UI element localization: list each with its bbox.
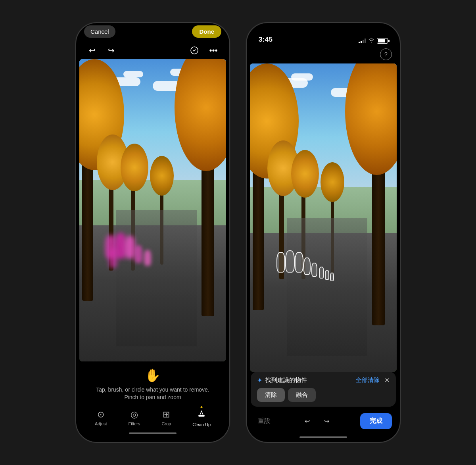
suggestions-left: ✦ 找到建議的物件 — [257, 377, 307, 384]
outline6 — [319, 267, 324, 279]
more-button[interactable]: ••• — [206, 43, 221, 58]
time-display: 3:45 — [259, 36, 273, 44]
ghost4 — [134, 245, 142, 263]
suggestions-right: 全部清除 ✕ — [356, 377, 390, 384]
battery-icon — [377, 38, 388, 44]
undo-redo-group: ↩ ↪ — [301, 416, 332, 427]
undo-button-right[interactable]: ↩ — [301, 416, 313, 427]
help-row: ? — [247, 47, 400, 63]
crop-label: Crop — [161, 421, 171, 426]
clear-all-button[interactable]: 全部清除 — [356, 377, 380, 384]
wifi-icon — [368, 38, 374, 44]
tool-crop[interactable]: ⊞ Crop — [161, 409, 171, 426]
clear-button[interactable]: 清除 — [257, 388, 285, 402]
screen-right: 3:45 ? — [247, 23, 400, 442]
home-bar-left — [84, 428, 221, 438]
merge-button[interactable]: 融合 — [288, 388, 316, 402]
tool-filters[interactable]: ◎ Filters — [128, 409, 140, 426]
top-actions-bar: ↩ ↪ ••• — [76, 42, 229, 59]
home-bar-right — [247, 432, 400, 442]
adjust-label: Adjust — [95, 421, 107, 426]
ghost-people — [102, 186, 175, 277]
cleanup-label: Clean Up — [192, 422, 211, 427]
filters-icon: ◎ — [131, 409, 138, 420]
suggestions-panel: ✦ 找到建議的物件 全部清除 ✕ 清除 融合 — [251, 372, 396, 407]
ghost6 — [109, 248, 117, 268]
cancel-button[interactable]: Cancel — [84, 25, 115, 38]
phone-right: 3:45 ? — [246, 22, 401, 443]
left-actions: ↩ ↪ — [85, 43, 118, 58]
outline8 — [330, 273, 334, 281]
phone-left: Cancel Done ↩ ↪ ••• — [75, 22, 230, 443]
toolbar: ⊙ Adjust ◎ Filters ⊞ Crop — [84, 405, 221, 428]
canopy-mid2 — [121, 144, 148, 191]
home-indicator-left — [129, 432, 177, 434]
outline5 — [311, 263, 317, 277]
cloud2 — [123, 71, 143, 77]
svg-rect-1 — [198, 415, 205, 417]
outline-people — [276, 199, 350, 286]
battery-level — [378, 39, 385, 42]
sparkle-icon: ✦ — [257, 377, 262, 384]
right-actions: ••• — [187, 43, 221, 58]
suggestions-header: ✦ 找到建議的物件 全部清除 ✕ — [257, 377, 390, 384]
suggestions-text: 找到建議的物件 — [265, 377, 307, 384]
dynamic-island-right — [299, 29, 347, 42]
action-pills: 清除 融合 — [257, 388, 390, 402]
tool-adjust[interactable]: ⊙ Adjust — [95, 409, 107, 426]
close-suggestions-button[interactable]: ✕ — [384, 377, 390, 384]
outline4 — [303, 257, 311, 275]
bottom-area-left: ✋ Tap, brush, or circle what you want to… — [76, 361, 229, 442]
scene-right — [250, 63, 397, 372]
outline7 — [325, 270, 329, 280]
scene-left — [79, 59, 226, 361]
crop-icon: ⊞ — [163, 409, 170, 420]
photo-area-right — [250, 63, 397, 372]
cleanup-icon — [197, 409, 206, 421]
brush-hint: ✋ Tap, brush, or circle what you want to… — [84, 365, 221, 405]
outline3 — [295, 252, 303, 273]
screen-left: Cancel Done ↩ ↪ ••• — [76, 23, 229, 442]
adjust-icon: ⊙ — [97, 409, 104, 420]
done-button-right[interactable]: 完成 — [360, 413, 392, 429]
reset-button[interactable]: 重設 — [255, 415, 274, 427]
photo-area-left — [79, 59, 226, 361]
ghost3 — [125, 236, 135, 259]
help-button[interactable]: ? — [380, 48, 392, 60]
tool-cleanup[interactable]: Clean Up — [192, 409, 211, 427]
brush-icon: ✋ — [145, 368, 161, 383]
cloud-r2 — [291, 73, 313, 81]
filters-label: Filters — [128, 421, 140, 426]
outline1 — [276, 252, 285, 273]
undo-button[interactable]: ↩ — [85, 43, 99, 58]
hint-text: Tap, brush, or circle what you want to r… — [96, 386, 209, 402]
redo-button-right[interactable]: ↪ — [321, 416, 332, 427]
home-indicator-right — [299, 436, 347, 438]
dynamic-island-left — [129, 29, 177, 42]
canopy-rm3 — [321, 162, 344, 202]
bottom-bar-right: 重設 ↩ ↪ 完成 — [247, 410, 400, 432]
ghost5 — [144, 250, 151, 266]
canopy-rm2 — [291, 150, 319, 198]
active-dot — [201, 406, 203, 408]
outline2 — [285, 250, 295, 273]
signal-icon — [359, 38, 366, 43]
markup-button[interactable] — [187, 43, 202, 58]
status-icons — [359, 38, 388, 44]
done-button[interactable]: Done — [192, 25, 221, 38]
redo-button[interactable]: ↪ — [104, 43, 118, 58]
